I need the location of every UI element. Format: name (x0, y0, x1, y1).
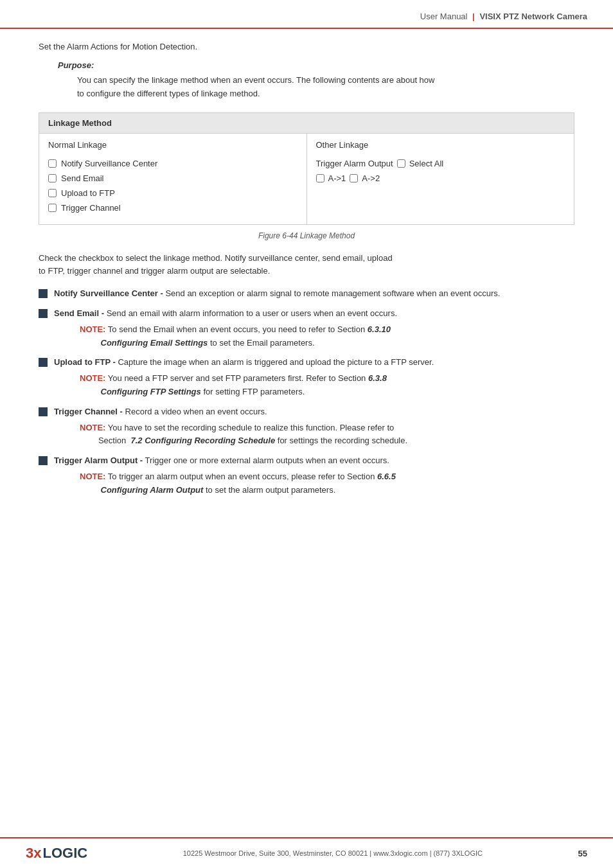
notify-surveillance-label: Notify Surveillance Center (61, 159, 157, 168)
other-linkage-header: Other Linkage (316, 140, 565, 152)
linkage-method-header: Linkage Method (39, 113, 574, 134)
list-item-ftp: Upload to FTP - Capture the image when a… (39, 356, 574, 398)
purpose-label: Purpose: (58, 60, 574, 70)
list-item-email: Send Email - Send an email with alarm in… (39, 307, 574, 350)
trigger-alarm-note-section: 6.6.5 (377, 472, 396, 481)
linkage-method-body: Normal Linkage Notify Surveillance Cente… (39, 134, 574, 224)
trigger-channel-note-text: You have to set the recording schedule t… (108, 423, 394, 432)
ftp-note-label: NOTE: (80, 373, 105, 383)
email-desc: Send an email with alarm information to … (107, 308, 397, 318)
select-all-checkbox[interactable] (397, 159, 405, 168)
alarm-output-a1-label: A->1 (328, 173, 346, 183)
check-text-line2: to FTP, trigger channel and trigger alar… (39, 266, 270, 276)
trigger-alarm-row: Trigger Alarm Output Select All (316, 159, 565, 168)
purpose-text-line1: You can specify the linkage method when … (77, 75, 434, 85)
page-wrapper: User Manual | VISIX PTZ Network Camera S… (0, 0, 613, 868)
upload-ftp-checkbox[interactable] (48, 189, 57, 197)
trigger-channel-note-label: NOTE: (80, 423, 105, 432)
bullet-content-trigger-channel: Trigger Channel - Record a video when an… (54, 405, 574, 448)
bullet-square-trigger-channel (39, 407, 48, 416)
bullet-square-ftp (39, 358, 48, 367)
list-item-trigger-channel: Trigger Channel - Record a video when an… (39, 405, 574, 448)
trigger-alarm-note: NOTE: To trigger an alarm output when an… (80, 470, 574, 497)
email-term: Send Email - (54, 308, 104, 318)
list-item-trigger-alarm: Trigger Alarm Output - Trigger one or mo… (39, 454, 574, 497)
footer-page-number: 55 (578, 849, 587, 858)
trigger-channel-note: NOTE: You have to set the recording sche… (80, 421, 574, 448)
alarm-outputs-row: A->1 A->2 (316, 173, 565, 183)
logo-logic: LOGIC (42, 845, 87, 862)
list-item-notify: Notify Surveillance Center - Send an exc… (39, 287, 574, 301)
ftp-note-section: 6.3.8 (368, 373, 387, 383)
trigger-channel-checkbox[interactable] (48, 204, 57, 212)
other-linkage-col: Other Linkage Trigger Alarm Output Selec… (307, 134, 574, 224)
trigger-channel-item: Trigger Channel (48, 203, 298, 213)
email-note-section: 6.3.10 (368, 324, 391, 334)
figure-italic-caption: Linkage Method (300, 231, 355, 240)
notify-surveillance-checkbox[interactable] (48, 159, 57, 168)
ftp-note-italic: Configuring FTP Settings (101, 387, 201, 396)
send-email-item: Send Email (48, 173, 298, 183)
notify-surveillance-item: Notify Surveillance Center (48, 159, 298, 168)
bullet-square-notify (39, 289, 48, 298)
alarm-output-a2-label: A->2 (362, 173, 380, 183)
intro-text: Set the Alarm Actions for Motion Detecti… (39, 42, 574, 51)
trigger-alarm-note-text: To trigger an alarm output when an event… (108, 472, 377, 481)
send-email-label: Send Email (61, 173, 103, 183)
trigger-channel-desc: Record a video when an event occurs. (125, 407, 267, 416)
purpose-text: You can specify the linkage method when … (77, 74, 574, 101)
ftp-desc: Capture the image when an alarm is trigg… (118, 357, 434, 367)
normal-linkage-col: Normal Linkage Notify Surveillance Cente… (39, 134, 307, 224)
trigger-alarm-note-label: NOTE: (80, 472, 105, 481)
manual-type-label: User Manual (420, 12, 468, 21)
trigger-channel-term: Trigger Channel - (54, 407, 123, 416)
email-note-label: NOTE: (80, 324, 105, 334)
bullet-square-email (39, 309, 48, 318)
upload-ftp-item: Upload to FTP (48, 188, 298, 198)
email-note-italic: Configuring Email Settings (101, 338, 208, 348)
trigger-alarm-label: Trigger Alarm Output (316, 159, 393, 168)
notify-term: Notify Surveillance Center - (54, 288, 163, 298)
trigger-channel-note-italic: Configuring Recording Schedule (145, 436, 275, 445)
trigger-alarm-term: Trigger Alarm Output - (54, 456, 143, 465)
bullet-content-ftp: Upload to FTP - Capture the image when a… (54, 356, 574, 398)
footer-logo: 3x LOGIC (26, 845, 87, 862)
alarm-output-a1-checkbox[interactable] (316, 174, 324, 182)
trigger-channel-note-text3: for settings the recording schedule. (278, 436, 407, 445)
trigger-alarm-note-text3: to set the alarm output parameters. (206, 485, 335, 495)
send-email-checkbox[interactable] (48, 174, 57, 182)
bullet-content-notify: Notify Surveillance Center - Send an exc… (54, 287, 574, 301)
logo-3x: 3x (26, 845, 41, 862)
figure-label: Figure 6-44 (258, 231, 298, 240)
email-note: NOTE: To send the Email when an event oc… (80, 323, 574, 350)
bullet-list: Notify Surveillance Center - Send an exc… (39, 287, 574, 497)
check-text-line1: Check the checkbox to select the linkage… (39, 253, 393, 263)
normal-linkage-header: Normal Linkage (48, 140, 298, 152)
footer-address: 10225 Westmoor Drive, Suite 300, Westmin… (100, 849, 565, 857)
select-all-label: Select All (409, 159, 443, 168)
trigger-alarm-note-italic: Configuring Alarm Output (101, 485, 204, 495)
linkage-method-table: Linkage Method Normal Linkage Notify Sur… (39, 112, 574, 225)
trigger-alarm-desc: Trigger one or more external alarm outpu… (145, 456, 389, 465)
ftp-note: NOTE: You need a FTP server and set FTP … (80, 372, 574, 399)
email-note-text: To send the Email when an event occurs, … (108, 324, 368, 334)
email-note-text3: to set the Email parameters. (210, 338, 315, 348)
product-name-label: VISIX PTZ Network Camera (479, 12, 587, 21)
bullet-content-trigger-alarm: Trigger Alarm Output - Trigger one or mo… (54, 454, 574, 497)
ftp-note-text3: for setting FTP parameters. (203, 387, 305, 396)
upload-ftp-label: Upload to FTP (61, 188, 115, 198)
bullet-content-email: Send Email - Send an email with alarm in… (54, 307, 574, 350)
ftp-note-text: You need a FTP server and set FTP parame… (108, 373, 368, 383)
content-area: Set the Alarm Actions for Motion Detecti… (0, 42, 613, 837)
body-check-text: Check the checkbox to select the linkage… (39, 252, 574, 279)
bullet-square-trigger-alarm (39, 456, 48, 465)
purpose-text-line2: to configure the different types of link… (77, 89, 260, 98)
figure-caption: Figure 6-44 Linkage Method (39, 231, 574, 240)
header-separator: | (472, 12, 475, 21)
ftp-term: Upload to FTP - (54, 357, 116, 367)
trigger-channel-label: Trigger Channel (61, 203, 121, 213)
page-header: User Manual | VISIX PTZ Network Camera (0, 0, 613, 29)
alarm-output-a2-checkbox[interactable] (350, 174, 358, 182)
trigger-channel-note-section: 7.2 (130, 436, 142, 445)
page-footer: 3x LOGIC 10225 Westmoor Drive, Suite 300… (0, 837, 613, 868)
